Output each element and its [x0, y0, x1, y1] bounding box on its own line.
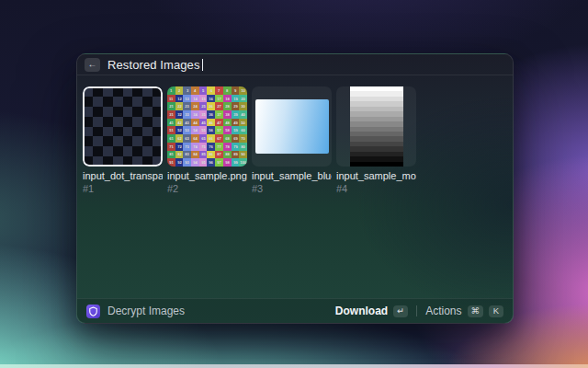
wallpaper-bottom-edge	[0, 364, 588, 368]
thumbnail-checkerboard	[83, 86, 163, 167]
text-caret	[202, 59, 204, 71]
desktop-wallpaper: ← Restored Images input_dot_transparen..…	[0, 0, 588, 368]
k-key-badge: K	[489, 305, 503, 317]
checkerboard-pattern	[83, 86, 163, 167]
file-index: #3	[252, 183, 332, 194]
cmd-key-badge: ⌘	[468, 305, 484, 317]
thumbnail-mono-gradient	[336, 86, 416, 167]
download-label: Download	[335, 305, 388, 317]
app-name: Decrypt Images	[107, 305, 185, 317]
back-arrow-icon: ←	[88, 60, 97, 69]
launcher-window: ← Restored Images input_dot_transparen..…	[76, 53, 514, 324]
footer-app: Decrypt Images	[86, 305, 185, 318]
grid-item-1[interactable]: input_dot_transparen... #1	[83, 86, 163, 194]
blue-gradient-image	[255, 99, 329, 154]
back-button[interactable]: ←	[85, 58, 100, 72]
action-bar: Decrypt Images Download ↵ Actions ⌘ K	[77, 298, 513, 323]
grid-item-2[interactable]: 1234567891011121314151617181920212223242…	[167, 86, 247, 194]
file-index: #1	[83, 183, 163, 194]
grid-item-4[interactable]: input_sample_mono.... #4	[336, 86, 416, 194]
decrypt-images-shield-icon	[86, 305, 100, 318]
thumbnail-numbered-grid: 1234567891011121314151617181920212223242…	[167, 86, 247, 167]
thumbnail-blue-gradient	[252, 86, 332, 167]
actions-label: Actions	[425, 305, 461, 317]
mono-gradient-image	[350, 86, 403, 167]
file-name: input_sample_blue.png	[252, 170, 332, 181]
enter-key-badge: ↵	[393, 305, 408, 317]
download-button[interactable]: Download ↵	[335, 305, 408, 317]
file-name: input_sample_mono....	[336, 170, 416, 181]
search-header: ← Restored Images	[77, 54, 513, 75]
file-name: input_dot_transparen...	[83, 170, 163, 181]
actions-button[interactable]: Actions ⌘ K	[425, 305, 503, 317]
numbered-grid-pattern: 1234567891011121314151617181920212223242…	[167, 86, 247, 167]
file-index: #2	[167, 183, 247, 194]
search-input[interactable]: Restored Images	[107, 58, 203, 72]
search-text: Restored Images	[107, 58, 200, 72]
footer-actions: Download ↵ Actions ⌘ K	[335, 305, 503, 317]
grid-item-3[interactable]: input_sample_blue.png #3	[252, 86, 332, 194]
file-index: #4	[336, 183, 416, 194]
file-name: input_sample.png	[167, 170, 247, 181]
image-grid: input_dot_transparen... #1 1234567891011…	[83, 86, 416, 194]
footer-divider	[416, 305, 417, 316]
